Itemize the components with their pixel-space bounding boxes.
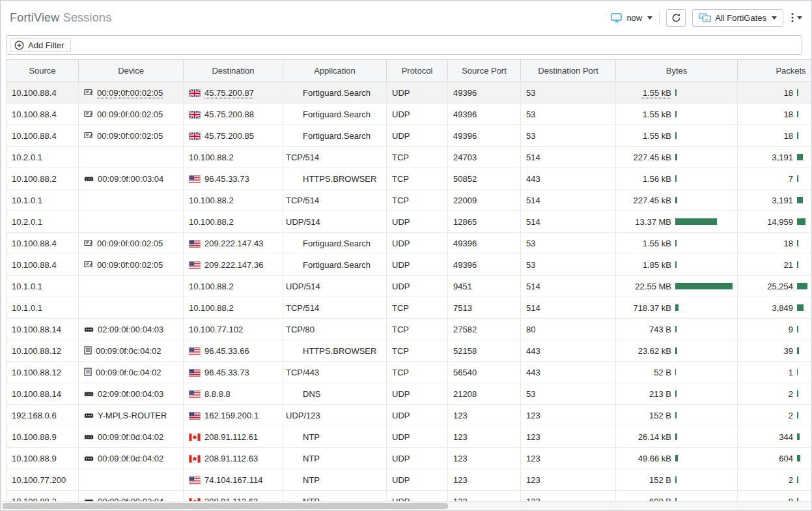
device-cell[interactable]: 00:09:0f:00:02:05 bbox=[79, 233, 184, 254]
device-cell[interactable]: 00:09:0f:0d:04:02 bbox=[79, 448, 184, 469]
application-cell[interactable]: UDP/514 bbox=[283, 276, 387, 297]
table-row[interactable]: 10.100.88.12 00:09:0f:0c:04:02 96.45.33.… bbox=[7, 362, 812, 383]
device-cell[interactable]: 02:09:0f:00:04:03 bbox=[79, 319, 184, 340]
source-cell[interactable]: 192.168.0.6 bbox=[7, 405, 79, 426]
destination-cell[interactable]: 162.159.200.1 bbox=[184, 405, 283, 426]
column-header-destination-port[interactable]: Destination Port bbox=[521, 60, 616, 82]
application-cell[interactable]: TCP/514 bbox=[283, 297, 387, 319]
protocol-cell[interactable]: UDP bbox=[387, 383, 448, 405]
application-cell[interactable]: NTP bbox=[283, 426, 387, 448]
filter-bar[interactable]: Add Filter bbox=[6, 35, 802, 55]
packets-cell[interactable]: 604 bbox=[738, 448, 812, 469]
packets-cell[interactable]: 2 bbox=[738, 383, 812, 405]
device-cell[interactable]: 00:09:0f:00:02:05 bbox=[79, 125, 184, 147]
column-header-source[interactable]: Source bbox=[7, 60, 79, 82]
table-row[interactable]: 10.100.88.4 00:09:0f:00:02:05 209.222.14… bbox=[7, 233, 812, 254]
destination-cell[interactable]: 96.45.33.73 bbox=[184, 362, 283, 383]
protocol-cell[interactable]: TCP bbox=[387, 362, 448, 383]
table-row[interactable]: 10.100.88.4 00:09:0f:00:02:05 209.222.14… bbox=[7, 254, 812, 276]
protocol-cell[interactable]: UDP bbox=[387, 254, 448, 276]
packets-cell[interactable]: 3,191 bbox=[738, 147, 812, 168]
application-cell[interactable]: Fortiguard.Search bbox=[283, 254, 387, 276]
destination-cell[interactable]: 96.45.33.66 bbox=[184, 340, 283, 362]
protocol-cell[interactable]: TCP bbox=[387, 147, 448, 168]
table-row[interactable]: 10.100.88.12 00:09:0f:0c:04:02 96.45.33.… bbox=[7, 340, 812, 362]
application-cell[interactable]: TCP/514 bbox=[283, 190, 387, 211]
packets-cell[interactable]: 39 bbox=[738, 340, 812, 362]
device-cell[interactable] bbox=[79, 190, 184, 211]
device-cell[interactable]: 02:09:0f:00:04:03 bbox=[79, 383, 184, 405]
bytes-cell[interactable]: 743 B bbox=[616, 319, 738, 340]
table-row[interactable]: 10.2.0.1 10.100.88.2 UDP/514 UDP 12865 5… bbox=[7, 211, 812, 233]
source-cell[interactable]: 10.1.0.1 bbox=[7, 276, 79, 297]
destination-cell[interactable]: 74.104.167.114 bbox=[184, 469, 283, 491]
source-cell[interactable]: 10.100.77.200 bbox=[7, 469, 79, 491]
protocol-cell[interactable]: TCP bbox=[387, 190, 448, 211]
column-header-application[interactable]: Application bbox=[283, 60, 387, 82]
device-cell[interactable] bbox=[79, 297, 184, 319]
device-cell[interactable] bbox=[79, 469, 184, 491]
destination-cell[interactable]: 209.222.147.43 bbox=[184, 233, 283, 254]
application-cell[interactable]: UDP/123 bbox=[283, 405, 387, 426]
bytes-cell[interactable]: 213 B bbox=[616, 383, 738, 405]
application-cell[interactable]: NTP bbox=[283, 448, 387, 469]
table-row[interactable]: 10.2.0.1 10.100.88.2 TCP/514 TCP 24703 5… bbox=[7, 147, 812, 168]
bytes-cell[interactable]: 13.37 MB bbox=[616, 211, 738, 233]
destination-cell[interactable]: 209.222.147.36 bbox=[184, 254, 283, 276]
source-cell[interactable]: 10.100.88.12 bbox=[7, 340, 79, 362]
packets-cell[interactable]: 18 bbox=[738, 82, 812, 104]
table-row[interactable]: 10.100.88.14 02:09:0f:00:04:03 8.8.8.8 D… bbox=[7, 383, 812, 405]
application-cell[interactable]: HTTPS.BROWSER bbox=[283, 168, 387, 190]
packets-cell[interactable]: 3,849 bbox=[738, 297, 812, 319]
protocol-cell[interactable]: TCP bbox=[387, 319, 448, 340]
bytes-cell[interactable]: 1.55 kB bbox=[616, 82, 738, 104]
destination-cell[interactable]: 10.100.88.2 bbox=[184, 211, 283, 233]
destination-cell[interactable]: 10.100.88.2 bbox=[184, 147, 283, 168]
packets-cell[interactable]: 2 bbox=[738, 405, 812, 426]
application-cell[interactable]: TCP/514 bbox=[283, 147, 387, 168]
device-cell[interactable] bbox=[79, 276, 184, 297]
fortigates-dropdown[interactable]: All FortiGates bbox=[692, 9, 783, 27]
source-cell[interactable]: 10.100.88.2 bbox=[7, 168, 79, 190]
packets-cell[interactable]: 18 bbox=[738, 104, 812, 125]
table-row[interactable]: 10.100.88.9 00:09:0f:0d:04:02 208.91.112… bbox=[7, 426, 812, 448]
protocol-cell[interactable]: UDP bbox=[387, 276, 448, 297]
source-cell[interactable]: 10.100.88.12 bbox=[7, 362, 79, 383]
time-range-dropdown[interactable]: now bbox=[611, 13, 652, 23]
source-cell[interactable]: 10.2.0.1 bbox=[7, 211, 79, 233]
device-cell[interactable]: 00:09:0f:00:03:04 bbox=[79, 168, 184, 190]
application-cell[interactable]: NTP bbox=[283, 469, 387, 491]
table-row[interactable]: 10.1.0.1 10.100.88.2 TCP/514 TCP 7513 51… bbox=[7, 297, 812, 319]
bytes-cell[interactable]: 49.66 kB bbox=[616, 448, 738, 469]
source-cell[interactable]: 10.100.88.4 bbox=[7, 254, 79, 276]
packets-cell[interactable]: 3,191 bbox=[738, 190, 812, 211]
bytes-cell[interactable]: 718.37 kB bbox=[616, 297, 738, 319]
bytes-cell[interactable]: 52 B bbox=[616, 362, 738, 383]
destination-cell[interactable]: 10.100.88.2 bbox=[184, 276, 283, 297]
scrollbar-thumb[interactable] bbox=[3, 503, 448, 509]
column-header-protocol[interactable]: Protocol bbox=[387, 60, 448, 82]
bytes-cell[interactable]: 152 B bbox=[616, 469, 738, 491]
table-row[interactable]: 10.100.88.14 02:09:0f:00:04:03 10.100.77… bbox=[7, 319, 812, 340]
device-cell[interactable]: 00:09:0f:0c:04:02 bbox=[79, 340, 184, 362]
device-cell[interactable]: 00:09:0f:00:02:05 bbox=[79, 254, 184, 276]
device-cell[interactable]: 00:09:0f:0d:04:02 bbox=[79, 426, 184, 448]
bytes-cell[interactable]: 26.14 kB bbox=[616, 426, 738, 448]
protocol-cell[interactable]: TCP bbox=[387, 340, 448, 362]
protocol-cell[interactable]: UDP bbox=[387, 82, 448, 104]
source-cell[interactable]: 10.100.88.9 bbox=[7, 448, 79, 469]
table-row[interactable]: 10.100.77.200 74.104.167.114 NTP UDP 123… bbox=[7, 469, 812, 491]
protocol-cell[interactable]: TCP bbox=[387, 168, 448, 190]
source-cell[interactable]: 10.100.88.4 bbox=[7, 82, 79, 104]
packets-cell[interactable]: 344 bbox=[738, 426, 812, 448]
application-cell[interactable]: TCP/80 bbox=[283, 319, 387, 340]
device-cell[interactable]: 00:09:0f:00:02:05 bbox=[79, 82, 184, 104]
source-cell[interactable]: 10.100.88.14 bbox=[7, 319, 79, 340]
device-cell[interactable]: 00:09:0f:00:02:05 bbox=[79, 104, 184, 125]
protocol-cell[interactable]: UDP bbox=[387, 211, 448, 233]
source-cell[interactable]: 10.100.88.4 bbox=[7, 233, 79, 254]
application-cell[interactable]: Fortiguard.Search bbox=[283, 82, 387, 104]
application-cell[interactable]: Fortiguard.Search bbox=[283, 104, 387, 125]
source-cell[interactable]: 10.1.0.1 bbox=[7, 190, 79, 211]
bytes-cell[interactable]: 22.55 MB bbox=[616, 276, 738, 297]
